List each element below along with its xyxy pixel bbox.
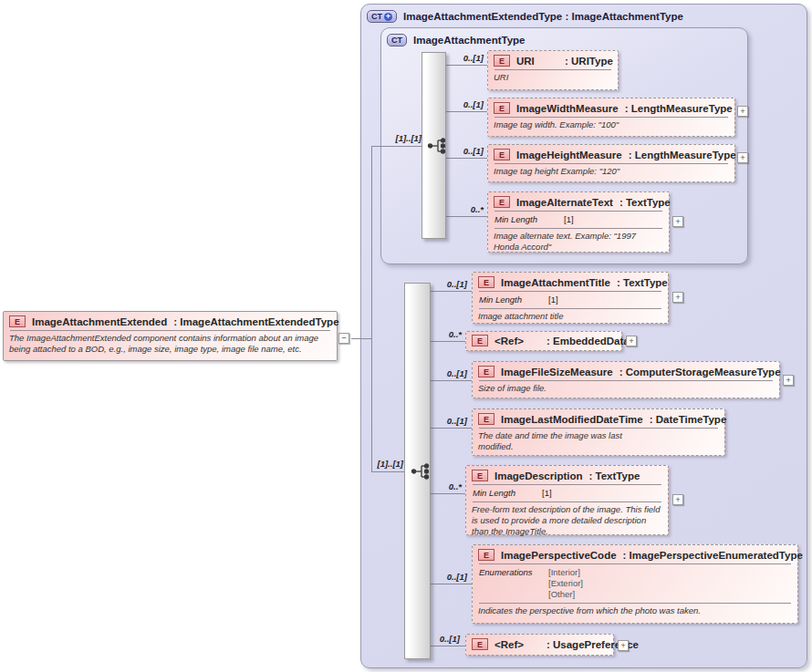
connector-to-bottom-sequence [371,471,404,472]
divider [494,163,728,164]
facet-label: Min Length [494,214,549,224]
divider [494,211,662,212]
element-type: : ComputerStorageMeasureType [619,367,781,377]
connector-imagedescription [431,493,465,494]
cardinality-imagelastmodifieddatetime: 0..[1] [427,416,467,426]
facet-label: Min Length [473,488,527,498]
connector-root [351,338,371,339]
element-type: : TextType [617,277,668,288]
expand-toggle[interactable]: + [672,216,683,227]
cardinality-top-sequence: [1]..[1] [381,133,422,143]
element-imagefilesizemeasure[interactable]: E ImageFileSizeMeasure : ComputerStorage… [472,361,780,398]
divider [479,563,791,564]
element-title-row: E ImageAttachmentTitle : TextType [478,276,662,288]
element-name: ImageAttachmentExtended [32,316,167,327]
element-title-row: E ImageWidthMeasure : LengthMeasureType [494,102,729,114]
divider [479,603,791,604]
connector-imageattachmenttitle [431,291,472,292]
element-title-row: E URI : URIType [494,55,612,67]
element-name: URI [516,56,558,67]
element-badge-icon: E [478,276,494,288]
complex-type-header: CT ImageAttachmentType [381,28,747,47]
facet-label: Enumerations [479,567,534,599]
element-title-row: E ImageAttachmentExtended : ImageAttachm… [9,315,331,327]
element-annotation: Image tag width. Example: "100" [494,119,729,130]
cardinality-uri: 0..[1] [443,53,484,63]
element-imageheightmeasure[interactable]: E ImageHeightMeasure : LengthMeasureType… [487,144,735,182]
element-title-row: E <Ref> : UsagePreference [472,638,608,650]
enumeration-values: [Interior] [Exterior] [Other] [548,567,583,599]
element-name: ImageAlternateText [516,197,613,208]
connector-imagewidthmeasure [446,111,487,112]
element-uri[interactable]: E URI : URIType URI [487,50,619,90]
element-name: ImageWidthMeasure [516,103,619,114]
connector-imageheightmeasure [446,158,487,159]
cardinality-imageattachmenttitle: 0..[1] [427,279,467,289]
divider [473,501,661,502]
element-annotation: Image attachment title [478,311,662,322]
facet-row: Min Length [1] [494,213,663,225]
facet-row: Min Length [1] [478,294,662,305]
element-name: ImagePerspectiveCode [501,550,617,561]
connector-trunk [371,146,372,472]
ct-badge-label: CT [391,36,402,45]
element-badge-icon: E [478,413,494,425]
element-type: : LengthMeasureType [625,103,733,114]
element-annotation: Size of image file. [478,383,774,394]
expand-toggle[interactable]: + [783,375,794,386]
element-imagealternatetext[interactable]: E ImageAlternateText : TextType Min Leng… [487,191,670,253]
cardinality-imagedescription: 0..* [422,481,462,491]
cardinality-imageheightmeasure: 0..[1] [443,146,484,156]
collapse-toggle[interactable]: − [338,333,349,344]
cardinality-ref-usagepreference: 0..[1] [420,634,460,644]
element-imagewidthmeasure[interactable]: E ImageWidthMeasure : LengthMeasureType … [487,98,735,137]
facet-value: [1] [542,488,552,498]
element-ref-usagepreference[interactable]: E <Ref> : UsagePreference [465,634,614,656]
connector-imagealternatetext [446,216,487,217]
element-imageattachmenttitle[interactable]: E ImageAttachmentTitle : TextType Min Le… [472,272,669,324]
element-type: : LengthMeasureType [629,150,736,160]
element-badge-icon: E [478,366,494,377]
expand-toggle[interactable]: + [672,494,683,505]
element-badge-icon: E [494,102,510,114]
expand-toggle[interactable]: + [618,640,629,651]
expand-toggle[interactable]: + [672,292,683,303]
element-badge-icon: E [494,196,510,208]
element-type: : EmbeddedData [547,336,630,346]
complex-type-header: CT + ImageAttachmentExtendedType : Image… [361,5,807,23]
element-type: : ImageAttachmentExtendedType [173,316,338,327]
element-name: ImageFileSizeMeasure [501,367,613,377]
connector-ref-embeddeddata [431,341,465,342]
element-type: : DateTimeType [650,414,727,425]
expand-toggle[interactable]: + [737,152,748,163]
derivation-plus-icon: + [384,13,392,21]
element-name: ImageHeightMeasure [516,150,622,160]
element-title-row: E ImageDescription : TextType [472,470,662,481]
cardinality-imageperspectivecode: 0..[1] [427,572,467,582]
element-type: : ImagePerspectiveEnumeratedType [623,550,803,561]
divider [479,308,661,309]
connector-imagelastmodifieddatetime [431,428,472,429]
element-title-row: E <Ref> : EmbeddedData [472,335,616,346]
expand-toggle[interactable]: + [626,336,637,346]
connector-imageperspectivecode [431,584,472,584]
complex-type-badge-icon: CT [387,34,407,47]
outer-container-title: ImageAttachmentExtendedType : ImageAttac… [403,11,683,22]
element-title-row: E ImagePerspectiveCode : ImagePerspectiv… [478,549,792,561]
facet-value: [1] [548,295,558,305]
element-imagelastmodifieddatetime[interactable]: E ImageLastModifiedDateTime : DateTimeTy… [472,408,725,456]
element-annotation: Image tag height Example: "120" [494,166,729,177]
divider [10,330,330,331]
expand-toggle[interactable]: + [737,106,748,117]
element-imageattachmentextended[interactable]: E ImageAttachmentExtended : ImageAttachm… [3,311,338,361]
element-ref-embeddeddata[interactable]: E <Ref> : EmbeddedData [465,331,622,351]
element-imagedescription[interactable]: E ImageDescription : TextType Min Length… [465,465,669,535]
element-annotation: Image alternate text. Example: "1997 Hon… [494,231,663,253]
element-title-row: E ImageAlternateText : TextType [494,196,663,208]
element-annotation: Free-form text description of the image.… [472,504,662,537]
element-annotation: The date and time the image was last mod… [478,430,638,452]
element-badge-icon: E [494,149,510,160]
connector-uri [446,65,487,66]
cardinality-imagealternatetext: 0..* [443,204,484,214]
element-imageperspectivecode[interactable]: E ImagePerspectiveCode : ImagePerspectiv… [472,544,798,624]
